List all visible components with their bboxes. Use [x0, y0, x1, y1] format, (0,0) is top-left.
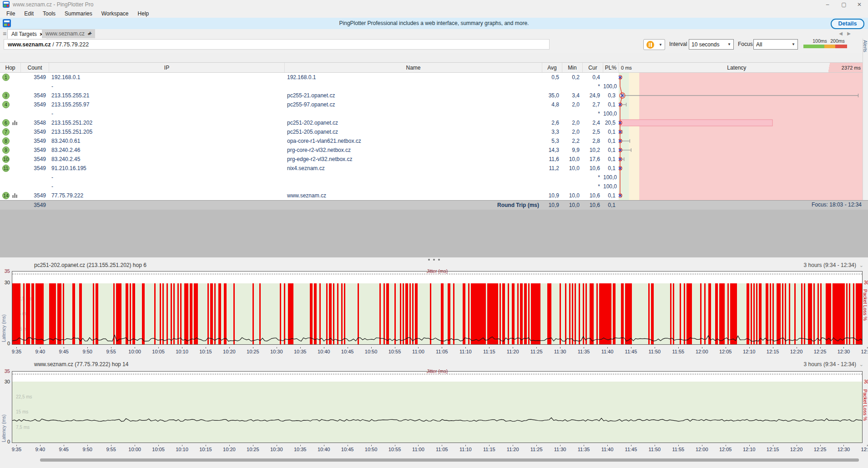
mini-graph-icon[interactable]: [12, 193, 17, 198]
x-tick-label: 11:20: [503, 349, 523, 354]
column-header-avg[interactable]: Avg: [542, 63, 562, 72]
x-tick-label: 10:10: [172, 349, 192, 354]
menu-item-file[interactable]: File: [2, 10, 20, 17]
menu-item-help[interactable]: Help: [133, 10, 154, 17]
scrollbar-thumb[interactable]: [40, 458, 859, 462]
avg-cell: 2,6: [542, 120, 562, 126]
pingplotter-window: www.seznam.cz - PingPlotter Pro – ▢ ✕ Fi…: [0, 0, 868, 468]
graph1-right-axis-label: Packet Loss %: [863, 289, 868, 346]
x-tick-label: 10:35: [290, 349, 310, 354]
menu-item-tools[interactable]: Tools: [38, 10, 60, 17]
mini-graph-icon[interactable]: [12, 121, 17, 125]
cur-cell: 10,6: [583, 165, 603, 171]
table-row[interactable]: 33549213.155.255.21pc255-21.opanet.cz35,…: [0, 91, 619, 100]
graph1-plot[interactable]: Jitter (ms) 22,5 ms 15 ms 7,5 ms: [12, 271, 863, 345]
target-address: www.seznam.cz / 77.75.79.222: [4, 39, 550, 50]
pause-button[interactable]: [643, 39, 657, 50]
menu-item-summaries[interactable]: Summaries: [60, 10, 97, 17]
menu-item-edit[interactable]: Edit: [20, 10, 38, 17]
chevron-down-icon[interactable]: ⌄: [859, 362, 863, 367]
new-tab-button[interactable]: +: [86, 29, 94, 37]
x-tick-mark: [229, 347, 230, 348]
graph2-jitter-max-label: 35: [0, 368, 10, 374]
x-tick-label: 9:55: [101, 349, 121, 354]
count-cell: 3549: [21, 92, 49, 99]
x-tick-mark: [797, 445, 797, 446]
min-cell: 0,2: [562, 74, 583, 81]
table-row[interactable]: 43549213.155.255.97pc255-97.opanet.cz4,8…: [0, 100, 619, 109]
column-header-hop[interactable]: Hop: [0, 63, 21, 72]
ip-cell: 83.240.2.46: [49, 147, 285, 153]
column-header-cur[interactable]: Cur: [583, 63, 603, 72]
pause-dropdown-button[interactable]: ▼: [656, 39, 665, 50]
ip-cell: 213.155.255.21: [49, 92, 285, 99]
graph1-range-selector[interactable]: 3 hours (9:34 - 12:34): [804, 262, 856, 268]
pl-cell: 0,1: [603, 192, 619, 199]
minimize-button[interactable]: –: [820, 0, 835, 9]
x-tick-label: 9:50: [77, 349, 97, 354]
hop-cell: 3: [0, 91, 21, 100]
column-header-min[interactable]: Min: [562, 63, 583, 72]
ip-cell: -: [49, 83, 285, 90]
tab-all-targets[interactable]: All Targets ✕: [7, 29, 47, 39]
interval-value: 10 seconds: [691, 41, 719, 48]
table-row[interactable]: 9354983.240.2.46prg-core-r2-vl32.netbox.…: [0, 146, 619, 155]
pane-splitter-handle[interactable]: [0, 257, 868, 262]
table-row[interactable]: -*100,0: [0, 109, 619, 118]
table-row[interactable]: -*100,0: [0, 82, 619, 91]
tab-scroll-left-icon[interactable]: ◀: [839, 31, 843, 36]
x-tick-label: 10:45: [338, 447, 358, 452]
graph1-y-axis-label: Latency (ms): [1, 286, 6, 342]
min-cell: 2,0: [562, 120, 583, 126]
menu-item-workspace[interactable]: Workspace: [97, 10, 133, 17]
count-cell: 3549: [21, 101, 49, 108]
x-tick-label: 11:15: [479, 349, 499, 354]
x-tick-mark: [158, 445, 159, 446]
table-row[interactable]: -*100,0: [0, 182, 619, 191]
hop-badge: 14: [2, 192, 10, 199]
details-button[interactable]: Details: [831, 19, 864, 29]
tab-scroll-right-icon[interactable]: ▶: [847, 31, 851, 36]
graph2-plot[interactable]: Jitter (ms) 22,5 ms 15 ms 7,5 ms: [12, 371, 863, 443]
empty-area: [0, 210, 868, 257]
hop-cell: [0, 82, 21, 91]
table-row[interactable]: 14354977.75.79.222www.seznam.cz10,910,01…: [0, 191, 619, 200]
close-button[interactable]: ✕: [852, 0, 867, 9]
chevron-down-icon[interactable]: ⌄: [859, 262, 863, 268]
graph2-range-selector[interactable]: 3 hours (9:34 - 12:34): [804, 361, 856, 367]
x-tick-label: 9:55: [101, 447, 121, 452]
column-header-pl[interactable]: PL%: [603, 63, 619, 72]
column-header-name[interactable]: Name: [285, 63, 542, 72]
table-row[interactable]: 11354991.210.16.195nix4.seznam.cz11,210,…: [0, 164, 619, 173]
x-tick-label: 9:50: [77, 447, 97, 452]
x-tick-mark: [867, 445, 868, 446]
table-row[interactable]: 13549192.168.0.1192.168.0.10,50,20,4: [0, 73, 619, 82]
column-header-ip[interactable]: IP: [49, 63, 285, 72]
interval-select[interactable]: 10 seconds ▼: [689, 39, 734, 50]
avg-cell: 0,5: [542, 74, 562, 81]
x-tick-mark: [797, 347, 797, 348]
focus-select[interactable]: All ▼: [753, 39, 798, 50]
table-row[interactable]: -*100,0: [0, 173, 619, 182]
table-row[interactable]: 10354983.240.2.45prg-edge-r2-vl32.netbox…: [0, 155, 619, 164]
x-tick-label: 11:45: [621, 349, 641, 354]
chevron-down-icon: ▼: [792, 42, 795, 46]
column-header-count[interactable]: Count: [21, 63, 49, 72]
x-tick-mark: [135, 347, 135, 348]
x-tick-mark: [442, 445, 442, 446]
cur-cell: 2,8: [583, 138, 603, 144]
pl-cell: 100,0: [603, 174, 619, 181]
table-row[interactable]: 73549213.155.251.205pc251-205.opanet.cz3…: [0, 127, 619, 136]
x-tick-label: 10:50: [361, 349, 381, 354]
x-tick-mark: [773, 445, 773, 446]
x-tick-label: 11:05: [432, 349, 452, 354]
count-cell: 3549: [21, 165, 49, 171]
x-tick-label: 11:40: [597, 447, 617, 452]
alerts-tab[interactable]: Alerts: [863, 39, 868, 61]
table-row[interactable]: 8354983.240.0.61opa-core-r1-vlan621.netb…: [0, 136, 619, 146]
table-row[interactable]: 63548213.155.251.202pc251-202.opanet.cz2…: [0, 118, 619, 127]
x-tick-label: 11:10: [455, 349, 475, 354]
maximize-button[interactable]: ▢: [836, 0, 852, 9]
graph1-jitter-line: [12, 274, 862, 274]
tab-menu-icon[interactable]: ≡: [3, 30, 6, 37]
